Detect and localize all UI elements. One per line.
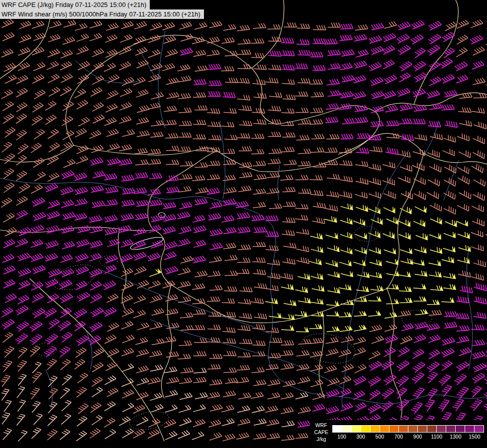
- wind-barb: [58, 321, 71, 331]
- wind-barb: [399, 73, 410, 82]
- wind-barb: [207, 109, 220, 113]
- wind-barb: [77, 34, 89, 41]
- wind-barb: [60, 254, 73, 262]
- wind-barb: [237, 133, 250, 138]
- wind-barb: [398, 45, 411, 55]
- wind-barb: [208, 81, 221, 86]
- wind-barb: [396, 34, 409, 44]
- wind-barb: [47, 156, 59, 165]
- wind-barb: [383, 162, 395, 168]
- wind-barb: [222, 419, 234, 426]
- wind-barb: [473, 78, 486, 85]
- wind-barb: [3, 213, 14, 222]
- wind-barb: [151, 120, 164, 126]
- wind-barb: [166, 78, 179, 85]
- wind-barb: [16, 196, 27, 205]
- wind-barb: [381, 401, 393, 412]
- wind-barb: [121, 175, 134, 181]
- wind-barb: [195, 188, 208, 194]
- wind-barb: [281, 350, 293, 356]
- wind-barb: [207, 188, 220, 194]
- wind-barb: [78, 404, 89, 414]
- wind-barb: [427, 191, 439, 199]
- wind-barb: [92, 362, 103, 372]
- wind-barb: [369, 361, 382, 370]
- wind-barb: [310, 379, 323, 387]
- wind-barb: [135, 148, 148, 154]
- wind-barb: [265, 78, 278, 83]
- wind-barb: [281, 363, 294, 369]
- wind-barb: [427, 372, 438, 383]
- cape-title: WRF CAPE (J/kg) Friday 07-11-2025 15:00 …: [0, 0, 150, 9]
- wind-barb: [396, 376, 409, 386]
- wind-barb: [209, 256, 222, 262]
- wind-barb: [268, 392, 281, 399]
- wind-barb: [429, 310, 442, 316]
- wind-barb-layer: [1, 19, 487, 441]
- wind-barb: [266, 285, 279, 291]
- wind-barb: [47, 61, 59, 70]
- wind-barb: [298, 407, 310, 413]
- wind-barb-flag: [320, 299, 323, 305]
- wind-barb: [457, 387, 468, 399]
- wind-barb: [152, 338, 165, 345]
- wind-barb: [103, 307, 116, 316]
- wind-barb: [4, 183, 14, 193]
- wind-barb: [225, 378, 238, 384]
- wind-barb: [369, 192, 381, 198]
- wind-barb: [384, 347, 395, 356]
- wind-barb: [134, 295, 146, 303]
- wind-barb: [60, 308, 71, 318]
- wind-barb: [89, 253, 101, 261]
- wind-barb: [45, 183, 58, 192]
- legend-tick-labels: 100300500700900110013001500: [332, 433, 484, 440]
- wind-barb: [166, 160, 179, 165]
- wind-barb: [440, 59, 452, 69]
- wind-barb: [282, 64, 294, 70]
- wind-barb: [223, 227, 236, 234]
- wind-barb: [298, 339, 311, 344]
- wind-barb: [470, 35, 483, 44]
- wind-barb: [458, 271, 471, 277]
- wind-barb: [30, 388, 40, 399]
- wind-barb: [121, 378, 133, 387]
- wind-barb: [223, 175, 236, 180]
- wind-barb: [207, 174, 220, 180]
- wind-barb: [16, 130, 27, 140]
- wind-barb: [18, 280, 30, 289]
- wind-barb: [30, 253, 43, 261]
- wind-barb: [340, 63, 353, 70]
- wind-barb: [471, 20, 483, 28]
- wind-barb: [267, 273, 280, 279]
- wind-barb: [104, 117, 116, 125]
- wind-barb: [150, 63, 163, 71]
- wind-barb: [165, 405, 178, 412]
- legend-tick: 1500: [469, 434, 480, 440]
- wind-barb: [209, 285, 222, 290]
- wind-barb: [398, 151, 410, 158]
- wind-barb: [282, 421, 294, 427]
- wind-barb: [411, 403, 422, 414]
- wind-barb: [92, 76, 103, 85]
- wind-barb: [5, 75, 17, 83]
- legend-tick: 300: [356, 434, 365, 440]
- wind-barb: [310, 108, 323, 112]
- river: [220, 120, 225, 199]
- wind-barb: [324, 39, 337, 44]
- wind-barb: [166, 92, 179, 99]
- wind-barb: [32, 21, 44, 28]
- wind-barb: [327, 50, 340, 56]
- wind-barb: [48, 34, 61, 42]
- wind-barb: [282, 218, 295, 223]
- wind-barb: [239, 106, 252, 111]
- wind-barb: [16, 88, 27, 97]
- wind-barb: [383, 91, 396, 99]
- wind-barb: [312, 392, 325, 400]
- shear-title: WRF Wind shear (m/s) 500/1000hPa Friday …: [0, 9, 204, 19]
- wind-barb: [90, 33, 102, 41]
- wind-barb: [442, 105, 455, 110]
- wind-barb: [267, 419, 280, 426]
- wind-barb: [368, 164, 381, 170]
- wind-barb: [134, 36, 146, 44]
- wind-barb: [32, 198, 45, 207]
